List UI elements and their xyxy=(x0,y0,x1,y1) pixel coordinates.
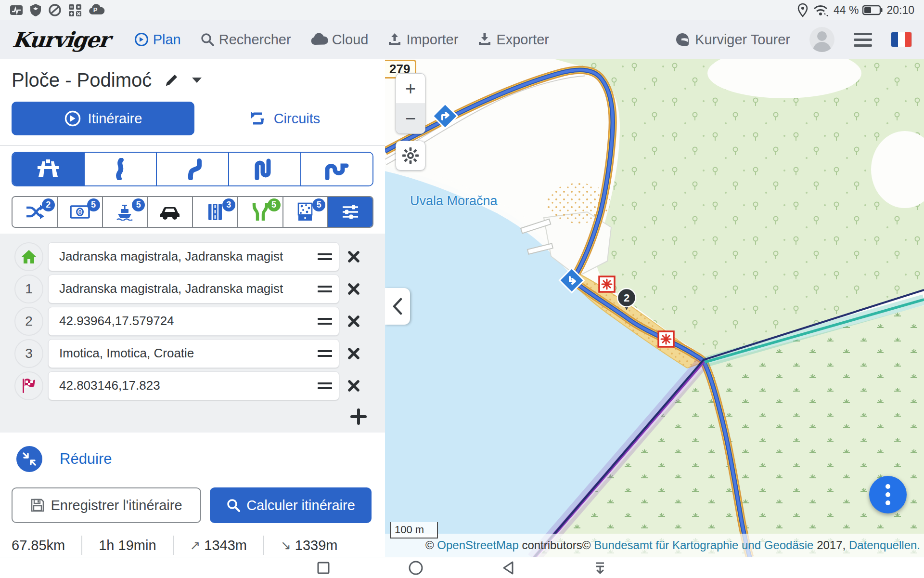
close-icon xyxy=(347,315,360,328)
back-button[interactable] xyxy=(501,560,515,576)
home-button[interactable] xyxy=(408,560,424,576)
zoom-control: + − xyxy=(396,73,425,134)
stat-ascent: ↗1343m xyxy=(190,538,247,553)
waypoint-list: Jadranska magistrala, Jadranska magist 1… xyxy=(0,234,385,433)
cloud-p-status-icon: P xyxy=(89,4,105,16)
drag-handle-icon[interactable] xyxy=(318,318,332,325)
menu-icon[interactable] xyxy=(854,33,872,47)
close-icon xyxy=(347,347,360,360)
hide-keyboard-button[interactable] xyxy=(592,560,608,576)
nav-import[interactable]: Importer xyxy=(387,32,458,48)
stat-descent: ↘1339m xyxy=(281,538,337,553)
recents-button[interactable] xyxy=(316,561,331,575)
waypoint-input[interactable]: 42.93964,17.579724 xyxy=(48,307,339,336)
badge: 5 xyxy=(87,198,100,211)
datasources-link[interactable]: Datenquellen. xyxy=(849,539,920,552)
waypoint-number[interactable]: 1 xyxy=(14,275,43,303)
curviness-2[interactable] xyxy=(156,153,228,185)
waypoint-input[interactable]: Jadranska magistrala, Jadranska magist xyxy=(48,275,339,303)
hazard-icon xyxy=(599,276,615,292)
kurviger-logo[interactable]: Kurviger xyxy=(11,27,110,52)
svg-text:0: 0 xyxy=(78,209,81,216)
destination-flag-icon[interactable] xyxy=(14,371,43,400)
badge: 5 xyxy=(312,198,325,211)
zoom-out-button[interactable]: − xyxy=(396,104,425,133)
add-waypoint-button[interactable] xyxy=(350,408,367,425)
waypoint-input[interactable]: Jadranska magistrala, Jadranska magist xyxy=(48,242,339,271)
account-menu[interactable]: Kurviger Tourer xyxy=(675,32,790,48)
loop-icon xyxy=(248,110,267,127)
curviness-fastest[interactable] xyxy=(13,153,84,185)
curviness-1[interactable] xyxy=(84,153,156,185)
map-canvas[interactable]: 2 279 + − xyxy=(385,59,924,557)
waypoint-number[interactable]: 2 xyxy=(14,307,43,336)
nav-export[interactable]: Exporter xyxy=(477,32,549,48)
screen: P 44 % 20:10 Kurviger Plan Rechercher xyxy=(0,0,924,578)
drag-handle-icon[interactable] xyxy=(318,382,332,389)
option-vehicle-car[interactable] xyxy=(147,197,192,227)
compass-icon xyxy=(134,32,149,47)
account-name: Kurviger Tourer xyxy=(695,32,790,48)
option-unpaved[interactable]: 5 xyxy=(282,197,328,227)
search-icon xyxy=(200,32,215,47)
save-route-button[interactable]: Enregistrer l'itinéraire xyxy=(12,487,201,523)
svg-text:P: P xyxy=(93,6,98,13)
tray-arrow-icon xyxy=(592,560,608,576)
curviness-4[interactable] xyxy=(300,153,372,185)
bkg-link[interactable]: Bundesamt für Kartographie und Geodäsie xyxy=(594,539,813,552)
nav-search[interactable]: Rechercher xyxy=(200,32,291,48)
battery-status-icon xyxy=(862,4,883,16)
option-toll[interactable]: 0 5 xyxy=(57,197,102,227)
upload-icon xyxy=(387,32,402,47)
option-settings-sliders[interactable] xyxy=(327,197,372,227)
remove-waypoint-button[interactable] xyxy=(339,283,368,295)
map-more-actions-button[interactable] xyxy=(869,476,907,513)
clock: 20:10 xyxy=(886,4,914,17)
option-ferry[interactable]: 5 xyxy=(102,197,147,227)
chevron-down-icon[interactable] xyxy=(191,77,203,84)
home-icon[interactable] xyxy=(14,242,43,271)
avatar[interactable] xyxy=(809,27,834,52)
save-icon xyxy=(30,498,45,512)
badge: 5 xyxy=(268,198,281,211)
circle-icon xyxy=(408,560,424,576)
drag-handle-icon[interactable] xyxy=(318,286,332,292)
chevron-left-icon xyxy=(391,297,404,315)
nav-plan[interactable]: Plan xyxy=(134,32,181,48)
divider xyxy=(0,145,385,146)
map-settings-button[interactable] xyxy=(396,141,425,171)
collapse-panel-label[interactable]: Réduire xyxy=(60,450,112,468)
option-junctions[interactable]: 5 xyxy=(237,197,282,227)
mode-tabs: Itinéraire Circuits xyxy=(0,95,385,145)
edit-pencil-icon[interactable] xyxy=(164,73,179,88)
close-icon xyxy=(347,250,360,263)
osm-link[interactable]: OpenStreetMap xyxy=(437,539,518,552)
drag-handle-icon[interactable] xyxy=(318,253,332,260)
zoom-in-button[interactable]: + xyxy=(396,74,425,104)
route-options: 2 0 5 5 3 5 xyxy=(12,196,373,228)
option-shuffle[interactable]: 2 xyxy=(13,197,57,227)
do-not-disturb-status-icon xyxy=(48,3,62,17)
hazard-icon xyxy=(658,331,674,347)
waypoint-row-destination: 42.803146,17.823 xyxy=(0,369,385,402)
drag-handle-icon[interactable] xyxy=(318,350,332,357)
waypoint-value: Jadranska magistrala, Jadranska magist xyxy=(59,249,318,264)
collapse-sidebar-button[interactable] xyxy=(385,288,410,325)
calculate-route-button[interactable]: Calculer itinéraire xyxy=(210,487,372,523)
remove-waypoint-button[interactable] xyxy=(339,315,368,328)
waypoint-number[interactable]: 3 xyxy=(14,339,43,368)
remove-waypoint-button[interactable] xyxy=(339,380,368,392)
waypoint-input[interactable]: Imotica, Imotica, Croatie xyxy=(48,339,339,368)
tab-itineraire[interactable]: Itinéraire xyxy=(12,102,194,135)
tab-circuits[interactable]: Circuits xyxy=(194,102,373,135)
option-motorway[interactable]: 3 xyxy=(192,197,237,227)
map-attribution: © OpenStreetMap contributors© Bundesamt … xyxy=(385,534,924,557)
remove-waypoint-button[interactable] xyxy=(339,250,368,263)
collapse-arrows-icon[interactable] xyxy=(16,446,42,472)
battery-percentage: 44 % xyxy=(834,4,859,17)
curviness-3[interactable] xyxy=(228,153,300,185)
remove-waypoint-button[interactable] xyxy=(339,347,368,360)
waypoint-input[interactable]: 42.803146,17.823 xyxy=(48,371,339,400)
nav-cloud[interactable]: Cloud xyxy=(310,32,369,48)
language-flag-fr[interactable] xyxy=(891,32,911,47)
